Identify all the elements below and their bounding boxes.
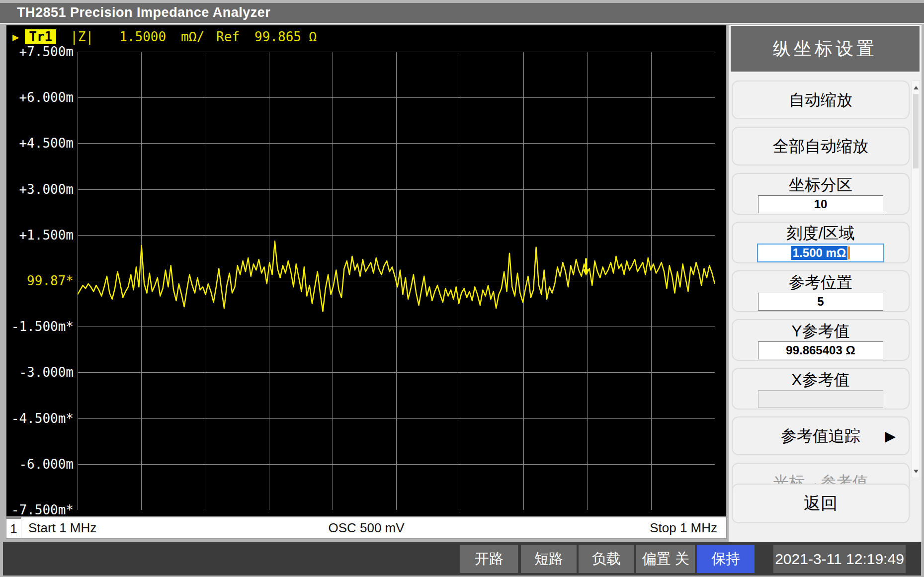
load-correction-button[interactable]: 负载 [579, 545, 634, 573]
sidebar-item-label: 自动缩放 [789, 90, 852, 109]
sidebar-item-scale-per-division[interactable]: 刻度/区域1.500 mΩ [732, 222, 910, 263]
y-axis-tick-label: +3.000m [6, 182, 76, 197]
plot-panel: ▶ Tr1 |Z| 1.5000 mΩ/ Ref 99.865 Ω +7.500… [6, 25, 727, 517]
open-correction-button[interactable]: 开路 [460, 545, 518, 573]
sidebar-item-reference-position[interactable]: 参考位置5 [732, 270, 910, 312]
sidebar-item-reference-tracking[interactable]: 参考值追踪▶ [732, 416, 910, 455]
sidebar-item-divisions[interactable]: 坐标分区10 [732, 173, 910, 215]
y-axis-tick-label: +6.000m [6, 90, 76, 105]
trace-ref-label: Ref [216, 29, 240, 44]
y-axis-tick-label: +4.500m [6, 136, 76, 151]
y-axis-tick-label: -6.000m [6, 457, 76, 472]
sidebar-item-x-reference-value[interactable]: X参考值 [732, 368, 910, 410]
selected-text: 1.500 mΩ [791, 246, 847, 260]
sidebar-item-label: 坐标分区 [789, 175, 852, 194]
scrollbar-down-icon[interactable] [912, 466, 920, 477]
scrollbar-up-icon[interactable] [912, 82, 920, 93]
sidebar-item-y-reference-value[interactable]: Y参考值99.865403 Ω [732, 319, 910, 361]
y-axis-reference-label: 99.87* [6, 273, 76, 288]
text-cursor [848, 247, 850, 259]
panel-title: 纵坐标设置 [730, 25, 921, 73]
measurement-graph [78, 52, 715, 510]
sidebar-item-label: X参考值 [791, 370, 849, 389]
y-axis-tick-label: -4.500m* [6, 411, 76, 426]
title-bar: TH2851 Precision Impedance Analyzer [0, 3, 924, 24]
submenu-arrow-icon: ▶ [885, 428, 896, 444]
divisions-input[interactable]: 10 [758, 195, 883, 213]
sidebar-item-label: Y参考值 [791, 322, 849, 340]
sidebar-scrollbar[interactable] [912, 81, 920, 478]
app-window: TH2851 Precision Impedance Analyzer ▶ Tr… [0, 0, 924, 577]
sidebar-item-label: 参考值追踪 [781, 426, 860, 445]
trace-parameter: |Z| [70, 29, 93, 44]
y-axis-tick-label: +7.500m [6, 44, 76, 59]
sidebar-item-label: 全部自动缩放 [773, 137, 868, 156]
trace-ref-value: 99.865 Ω [254, 29, 317, 44]
active-trace-arrow-icon: ▶ [12, 31, 19, 43]
scale-per-division-input[interactable]: 1.500 mΩ [757, 244, 884, 262]
sidebar-item-auto-scale-all[interactable]: 全部自动缩放 [732, 127, 910, 165]
reference-position-input[interactable]: 5 [758, 293, 883, 311]
scrollbar-thumb[interactable] [913, 94, 919, 168]
short-correction-button[interactable]: 短路 [521, 545, 577, 573]
trace-name-badge[interactable]: Tr1 [25, 29, 56, 44]
y-axis-tick-label: -7.500m* [6, 502, 76, 517]
y-axis-settings-panel: 纵坐标设置 自动缩放全部自动缩放坐标分区10刻度/区域1.500 mΩ参考位置5… [729, 25, 922, 542]
back-button[interactable]: 返回 [732, 484, 910, 523]
osc-level-label: OSC 500 mV [6, 520, 726, 536]
sweep-info-bar: 1 Start 1 MHz OSC 500 mV Stop 1 MHz [6, 517, 727, 539]
bias-toggle-button[interactable]: 偏置 关 [636, 545, 695, 573]
trace-scale-value: 1.5000 [119, 29, 166, 44]
y-axis-tick-label: -3.000m [6, 365, 76, 380]
sidebar-item-auto-scale[interactable]: 自动缩放 [732, 81, 910, 119]
bottom-toolbar: 2021-3-11 12:19:49 开路短路负载偏置 关保持 [3, 542, 921, 576]
sweep-stop-label: Stop 1 MHz [650, 520, 717, 536]
trace-status-line: ▶ Tr1 |Z| 1.5000 mΩ/ Ref 99.865 Ω [12, 28, 317, 45]
x-reference-value-input[interactable] [758, 390, 883, 408]
y-axis-tick-label: +1.500m [6, 228, 76, 243]
window-title: TH2851 Precision Impedance Analyzer [17, 5, 270, 20]
sidebar-item-label: 参考位置 [789, 273, 852, 292]
y-axis-tick-label: -1.500m* [6, 319, 76, 334]
hold-button[interactable]: 保持 [697, 545, 755, 573]
sidebar-item-label: 刻度/区域 [787, 224, 855, 243]
trace-scale-unit: mΩ/ [181, 29, 204, 44]
datetime-display: 2021-3-11 12:19:49 [773, 545, 906, 573]
sidebar-scroll-area: 自动缩放全部自动缩放坐标分区10刻度/区域1.500 mΩ参考位置5Y参考值99… [732, 81, 910, 533]
y-reference-value-input[interactable]: 99.865403 Ω [758, 341, 883, 359]
